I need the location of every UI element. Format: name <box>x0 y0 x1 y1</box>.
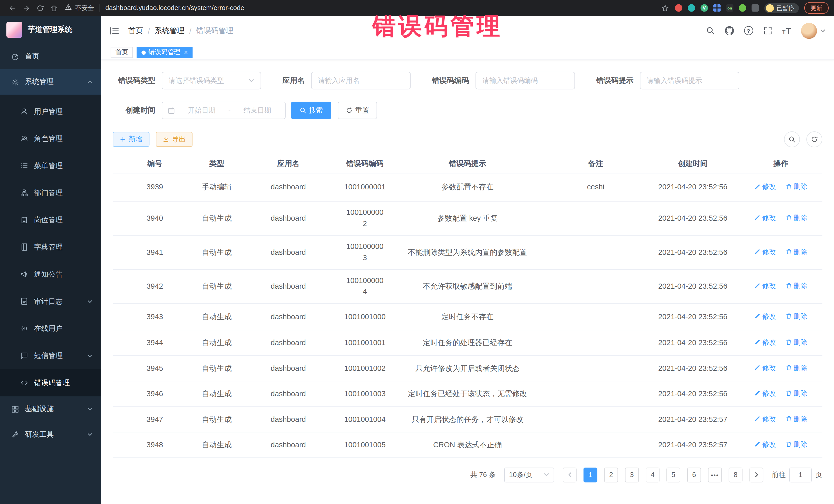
home-icon[interactable] <box>47 2 61 14</box>
app-name-label: 应用名 <box>283 76 305 85</box>
extensions-puzzle-icon[interactable] <box>752 4 759 12</box>
reload-icon[interactable] <box>33 2 47 14</box>
sidebar-item-users[interactable]: 用户管理 <box>0 98 101 125</box>
error-msg-input[interactable] <box>640 72 739 89</box>
page-button-8[interactable]: 8 <box>729 467 743 482</box>
security-indicator[interactable]: 不安全 <box>65 3 94 12</box>
delete-link[interactable]: 删除 <box>786 246 807 257</box>
add-button[interactable]: 新增 <box>113 132 149 147</box>
sidebar-item-audit-log[interactable]: 审计日志 <box>0 288 101 315</box>
browser-update-button[interactable]: 更新 <box>804 2 829 14</box>
reset-button[interactable]: 重置 <box>338 102 377 119</box>
error-type-select[interactable]: 请选择错误码类型 <box>162 72 261 89</box>
page-button-2[interactable]: 2 <box>604 467 618 482</box>
sidebar-item-menus[interactable]: 菜单管理 <box>0 152 101 179</box>
menu-fold-icon[interactable] <box>110 26 119 35</box>
header-actions <box>706 23 826 39</box>
extension-icon-red[interactable] <box>675 4 682 12</box>
sidebar-item-error-code[interactable]: 错误码管理 <box>0 369 101 396</box>
extension-icon-teal[interactable] <box>688 4 695 12</box>
goto-label: 前往 <box>772 470 786 479</box>
error-code-input[interactable] <box>476 72 575 89</box>
edit-link[interactable]: 修改 <box>754 246 776 257</box>
sidebar-item-system[interactable]: 系统管理 <box>0 69 101 94</box>
forward-icon[interactable] <box>19 2 33 14</box>
sidebar-item-posts[interactable]: 岗位管理 <box>0 206 101 234</box>
back-icon[interactable] <box>5 2 19 14</box>
annotation-title: 错误码管理 <box>372 10 503 42</box>
sidebar-item-dictionary[interactable]: 字典管理 <box>0 234 101 261</box>
page-button-4[interactable]: 4 <box>646 467 659 482</box>
delete-link[interactable]: 删除 <box>786 280 807 291</box>
code-cell: 1001001000 <box>340 303 390 330</box>
font-size-icon[interactable] <box>782 26 791 35</box>
edit-link[interactable]: 修改 <box>754 337 776 348</box>
edit-link[interactable]: 修改 <box>754 413 776 424</box>
remark-cell <box>545 269 646 303</box>
page-button-1[interactable]: 1 <box>584 467 597 482</box>
breadcrumb-item[interactable]: 系统管理 <box>155 26 184 36</box>
prev-page-button[interactable] <box>563 467 577 482</box>
fullscreen-icon[interactable] <box>763 26 772 35</box>
goto-page-input[interactable] <box>789 467 812 482</box>
page-button-3[interactable]: 3 <box>625 467 639 482</box>
msg-cell: CRON 表达式不正确 <box>390 432 545 457</box>
user-menu[interactable] <box>801 23 825 39</box>
sidebar-item-infrastructure[interactable]: 基础设施 <box>0 396 101 422</box>
sidebar-item-notices[interactable]: 通知公告 <box>0 261 101 288</box>
time-cell: 2021-04-20 23:52:56 <box>646 355 739 381</box>
delete-link[interactable]: 删除 <box>786 212 807 223</box>
close-icon[interactable] <box>184 49 188 56</box>
actions-cell: 修改 删除 <box>739 355 822 381</box>
refresh-table-button[interactable] <box>806 131 822 147</box>
search-button[interactable]: 搜索 <box>291 102 332 119</box>
github-icon[interactable] <box>725 26 734 35</box>
export-button[interactable]: 导出 <box>156 132 193 147</box>
edit-link[interactable]: 修改 <box>754 280 776 291</box>
active-dot-icon <box>141 50 146 54</box>
chevron-down-icon <box>544 472 549 478</box>
edit-link[interactable]: 修改 <box>754 212 776 223</box>
edit-link[interactable]: 修改 <box>754 388 776 399</box>
msg-cell: 只有开启状态的任务，才可以修改 <box>390 407 545 432</box>
delete-link[interactable]: 删除 <box>786 388 807 399</box>
edit-link[interactable]: 修改 <box>754 181 776 192</box>
delete-link[interactable]: 删除 <box>786 181 807 192</box>
delete-link[interactable]: 删除 <box>786 337 807 348</box>
sidebar-item-online-users[interactable]: 在线用户 <box>0 315 101 342</box>
bookmark-star-icon[interactable] <box>660 4 670 12</box>
tab-error-code[interactable]: 错误码管理 <box>137 47 193 58</box>
edit-link[interactable]: 修改 <box>754 439 776 450</box>
sidebar-item-departments[interactable]: 部门管理 <box>0 179 101 206</box>
extension-icon-grid[interactable] <box>713 4 721 12</box>
page-button-5[interactable]: 5 <box>666 467 680 482</box>
help-icon[interactable] <box>744 26 753 35</box>
code-cell: 1001001001 <box>340 330 390 355</box>
app-name-input[interactable] <box>311 72 411 89</box>
extension-icon-green[interactable] <box>739 4 746 12</box>
edit-link[interactable]: 修改 <box>754 362 776 373</box>
create-time-range-picker[interactable]: 开始日期 - 结束日期 <box>162 102 286 119</box>
vue-devtools-icon[interactable] <box>701 4 708 12</box>
sidebar-item-home[interactable]: 首页 <box>0 44 101 69</box>
sidebar-item-sms[interactable]: 短信管理 <box>0 342 101 369</box>
show-search-button[interactable] <box>784 131 800 147</box>
page-button-6[interactable]: 6 <box>687 467 701 482</box>
sidebar-item-roles[interactable]: 角色管理 <box>0 125 101 152</box>
search-icon[interactable] <box>706 26 715 35</box>
edit-link[interactable]: 修改 <box>754 310 776 322</box>
more-pages-button[interactable]: ••• <box>708 467 722 482</box>
next-page-button[interactable] <box>749 467 763 482</box>
code-cell: 100100000 3 <box>340 235 390 269</box>
delete-link[interactable]: 删除 <box>786 439 807 450</box>
extension-icon-on[interactable] <box>726 4 733 12</box>
profile-paused-badge[interactable]: 已暂停 <box>764 3 799 13</box>
id-cell: 3945 <box>113 355 197 381</box>
delete-link[interactable]: 删除 <box>786 413 807 424</box>
sidebar-item-devtools[interactable]: 研发工具 <box>0 422 101 447</box>
delete-link[interactable]: 删除 <box>786 310 807 322</box>
tab-home[interactable]: 首页 <box>111 47 133 58</box>
delete-link[interactable]: 删除 <box>786 362 807 373</box>
page-size-select[interactable]: 10条/页 <box>504 467 554 482</box>
breadcrumb-item[interactable]: 首页 <box>128 26 143 36</box>
